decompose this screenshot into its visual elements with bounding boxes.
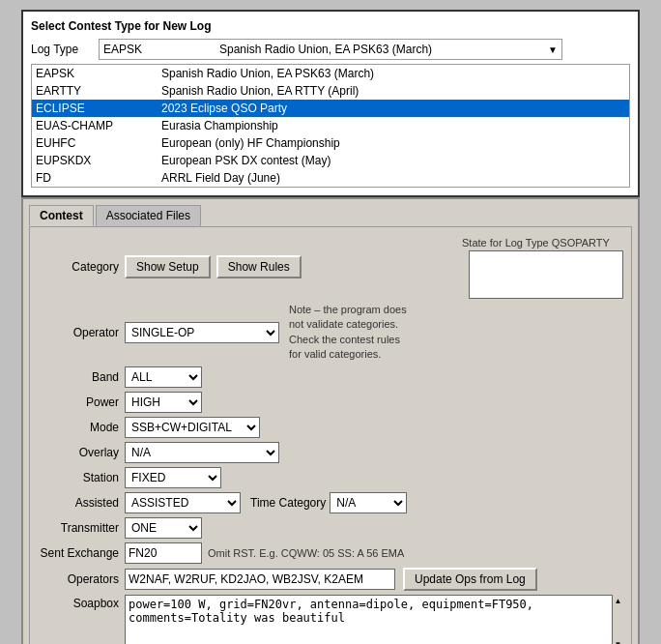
dropdown-list-row[interactable]: EUHFCEuropean (only) HF Championship: [32, 134, 629, 152]
overlay-row: Overlay N/A: [38, 442, 623, 463]
dropdown-col2: Spanish Radio Union, EA RTTY (April): [161, 84, 625, 98]
operator-select[interactable]: SINGLE-OP: [125, 322, 279, 343]
scrollbar-up-icon[interactable]: ▲: [615, 597, 622, 605]
transmitter-label: Transmitter: [38, 521, 125, 535]
station-label: Station: [38, 471, 125, 484]
dropdown-col2: European (only) HF Championship: [161, 136, 625, 150]
tab-content: Category Show Setup Show Rules State for…: [29, 226, 632, 644]
update-ops-button[interactable]: Update Ops from Log: [403, 568, 537, 591]
assisted-select[interactable]: ASSISTED: [125, 492, 241, 513]
popup-title: Select Contest Type for New Log: [31, 19, 630, 33]
power-row: Power HIGH: [38, 392, 623, 413]
sent-exchange-row: Sent Exchange FN20 Omit RST. E.g. CQWW: …: [38, 542, 623, 564]
band-label: Band: [38, 370, 125, 384]
state-input-box[interactable]: [469, 250, 623, 299]
sent-exchange-label: Sent Exchange: [38, 546, 125, 560]
dropdown-list: EAPSKSpanish Radio Union, EA PSK63 (Marc…: [31, 64, 630, 188]
dropdown-col1: EUHFC: [36, 136, 161, 150]
station-select[interactable]: FIXED: [125, 467, 221, 488]
category-row: Category Show Setup Show Rules State for…: [38, 235, 623, 299]
dropdown-list-row[interactable]: EARTTYSpanish Radio Union, EA RTTY (Apri…: [32, 82, 629, 100]
mode-row: Mode SSB+CW+DIGITAL: [38, 417, 623, 438]
selected-col1: EAPSK: [103, 43, 219, 56]
soapbox-textarea[interactable]: [125, 595, 623, 644]
overlay-label: Overlay: [38, 446, 125, 459]
dropdown-col2: 2023 Eclipse QSO Party: [161, 102, 625, 115]
band-row: Band ALL: [38, 366, 623, 388]
station-row: Station FIXED: [38, 467, 623, 488]
dropdown-popup: Select Contest Type for New Log Log Type…: [21, 10, 640, 197]
category-label: Category: [38, 260, 125, 274]
operators-row: Operators W2NAF, W2RUF, KD2JAO, WB2JSV, …: [38, 568, 623, 591]
dropdown-col1: ECLIPSE: [36, 102, 161, 115]
dropdown-col1: FD: [36, 171, 161, 185]
soapbox-label: Soapbox: [38, 595, 125, 610]
selected-col2: Spanish Radio Union, EA PSK63 (March): [219, 43, 558, 56]
log-type-label: Log Type: [31, 43, 99, 56]
overlay-select[interactable]: N/A: [125, 442, 279, 463]
operators-input[interactable]: W2NAF, W2RUF, KD2JAO, WB2JSV, K2AEM: [125, 569, 395, 590]
state-box-container: State for Log Type QSOPARTY: [459, 235, 623, 299]
time-category-label: Time Category: [250, 496, 326, 510]
transmitter-select[interactable]: ONE: [125, 517, 202, 539]
log-type-select-display[interactable]: EAPSK Spanish Radio Union, EA PSK63 (Mar…: [99, 39, 562, 60]
sent-exchange-input[interactable]: FN20: [125, 542, 202, 564]
dropdown-list-row[interactable]: FDARRL Field Day (June): [32, 169, 629, 187]
power-select[interactable]: HIGH: [125, 392, 202, 413]
omit-hint: Omit RST. E.g. CQWW: 05 SS: A 56 EMA: [208, 547, 404, 559]
tab-contest[interactable]: Contest: [29, 205, 94, 226]
dropdown-col1: EUPSKDX: [36, 154, 161, 167]
dropdown-col2: Spanish Radio Union, EA PSK63 (March): [161, 67, 625, 80]
dropdown-arrow-icon: ▼: [548, 44, 558, 55]
dropdown-list-row[interactable]: ECLIPSE2023 Eclipse QSO Party: [32, 100, 629, 117]
assisted-row: Assisted ASSISTED Time Category N/A: [38, 492, 623, 513]
dropdown-list-row[interactable]: EAPSKSpanish Radio Union, EA PSK63 (Marc…: [32, 65, 629, 82]
tab-bar: Contest Associated Files: [29, 205, 632, 226]
time-category-select[interactable]: N/A: [330, 492, 407, 513]
scrollbar-down-icon[interactable]: ▼: [615, 640, 622, 644]
operator-label: Operator: [38, 326, 125, 339]
mode-label: Mode: [38, 421, 125, 434]
dropdown-list-row[interactable]: EUAS-CHAMPEurasia Championship: [32, 117, 629, 134]
operators-label: Operators: [38, 572, 125, 586]
soapbox-row: Soapbox ▲ ▼: [38, 595, 623, 644]
dropdown-col2: European PSK DX contest (May): [161, 154, 625, 167]
band-select[interactable]: ALL: [125, 366, 202, 388]
dropdown-col1: EUAS-CHAMP: [36, 119, 161, 132]
dropdown-col2: ARRL Field Day (June): [161, 171, 625, 185]
state-label: State for Log Type QSOPARTY: [459, 235, 613, 250]
power-label: Power: [38, 395, 125, 409]
dropdown-col1: EAPSK: [36, 67, 161, 80]
dropdown-col2: Eurasia Championship: [161, 119, 625, 132]
show-rules-button[interactable]: Show Rules: [216, 255, 302, 278]
dropdown-col1: EARTTY: [36, 84, 161, 98]
transmitter-row: Transmitter ONE: [38, 517, 623, 539]
mode-select[interactable]: SSB+CW+DIGITAL: [125, 417, 260, 438]
tab-associated-files[interactable]: Associated Files: [96, 205, 201, 226]
dropdown-list-row[interactable]: EUPSKDXEuropean PSK DX contest (May): [32, 152, 629, 169]
show-setup-button[interactable]: Show Setup: [125, 255, 211, 278]
note-text: Note – the program doesnot validate cate…: [289, 303, 407, 363]
main-dialog: Contest Associated Files Category Show S…: [21, 197, 640, 644]
assisted-label: Assisted: [38, 496, 125, 510]
operator-row: Operator SINGLE-OP Note – the program do…: [38, 303, 623, 363]
